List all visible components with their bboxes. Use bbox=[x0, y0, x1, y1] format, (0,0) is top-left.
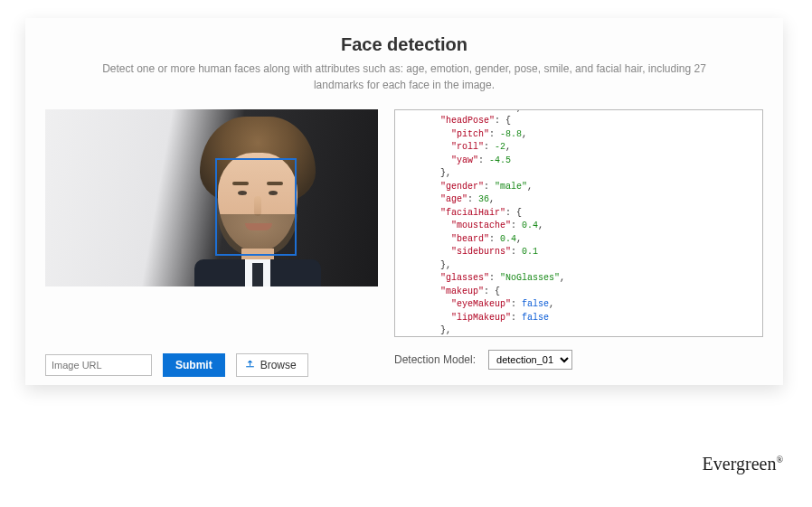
detection-model-label: Detection Model: bbox=[394, 353, 476, 366]
browse-label: Browse bbox=[260, 359, 297, 371]
submit-button[interactable]: Submit bbox=[163, 353, 225, 377]
input-image bbox=[45, 109, 378, 286]
image-url-input[interactable] bbox=[45, 354, 152, 376]
face-detection-panel: Face detection Detect one or more human … bbox=[25, 18, 783, 385]
browse-button[interactable]: Browse bbox=[236, 353, 308, 377]
face-bounding-box bbox=[215, 158, 297, 256]
page-subtitle: Detect one or more human faces along wit… bbox=[88, 61, 721, 93]
detection-model-select[interactable]: detection_01 bbox=[488, 350, 572, 370]
upload-icon bbox=[244, 358, 256, 372]
json-output[interactable]: }, "smile": 0.829, "headPose": { "pitch"… bbox=[394, 109, 763, 337]
page-title: Face detection bbox=[25, 34, 783, 55]
watermark: Evergreen® bbox=[703, 454, 783, 474]
